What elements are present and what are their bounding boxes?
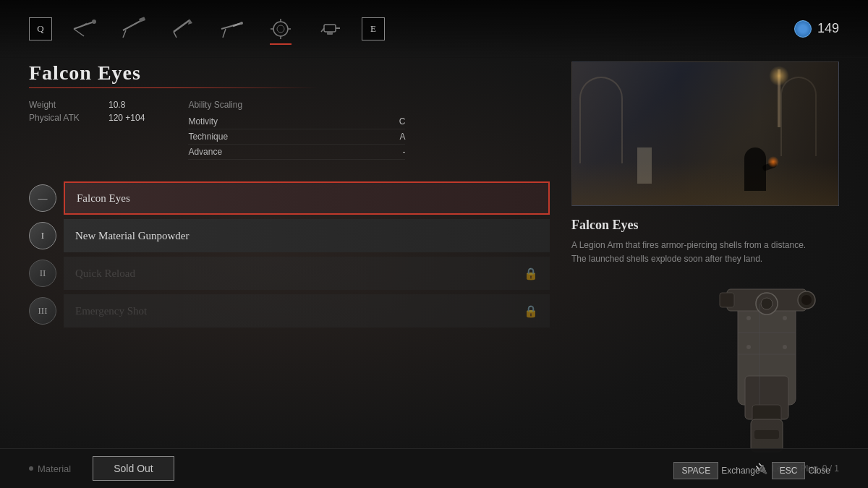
esc-key[interactable]: ESC <box>772 462 806 479</box>
title-underline <box>29 87 550 88</box>
close-action: Close <box>808 466 830 476</box>
nav-items-left: Q <box>29 12 385 46</box>
technique-grade: A <box>399 132 405 142</box>
svg-point-37 <box>746 345 751 349</box>
material-label: Material <box>29 463 71 474</box>
keyboard-shortcuts: SPACE Exchange ESC Close <box>673 462 839 479</box>
lock-icon-3: 🔒 <box>524 304 538 318</box>
skill-name-2: Quick Reload <box>75 267 135 280</box>
skill-row-2: Quick Reload 🔒 <box>64 257 550 290</box>
svg-point-32 <box>801 295 812 305</box>
skill-name-1: New Material Gunpowder <box>75 230 189 242</box>
weapon-title: Falcon Eyes <box>29 61 550 85</box>
nav-weapon-2[interactable] <box>116 12 150 46</box>
svg-line-9 <box>174 32 176 38</box>
svg-line-13 <box>223 29 226 38</box>
skill-name-0: Falcon Eyes <box>77 192 130 205</box>
ground-glow <box>572 162 838 205</box>
svg-point-36 <box>783 316 787 320</box>
nav-weapon-4[interactable] <box>214 12 249 46</box>
currency-amount: 149 <box>817 21 839 36</box>
skill-item-3: III Emergency Shot 🔒 <box>29 294 550 328</box>
basic-stats: Weight 10.8 Physical ATK 120 +104 <box>29 100 145 160</box>
currency-display: 149 <box>794 20 839 38</box>
material-text: Material <box>38 463 71 474</box>
svg-rect-43 <box>754 430 779 439</box>
technique-label: Technique <box>188 132 228 142</box>
weight-value: 10.8 <box>109 100 125 110</box>
svg-line-1 <box>74 29 84 36</box>
atk-label: Physical ATK <box>29 113 94 123</box>
skill-badge-3: III <box>29 297 56 325</box>
skill-badge-0: — <box>29 184 56 212</box>
skill-badge-1: I <box>29 222 56 249</box>
ability-row-motivity: Motivity C <box>188 114 405 129</box>
nav-key-e[interactable]: E <box>362 17 385 40</box>
skill-item-1: I New Material Gunpowder <box>29 219 550 252</box>
stats-section: Weight 10.8 Physical ATK 120 +104 Abilit… <box>29 100 550 160</box>
nav-key-q[interactable]: Q <box>29 17 52 40</box>
material-dot <box>29 466 33 471</box>
atk-row: Physical ATK 120 +104 <box>29 113 145 123</box>
skill-badge-2: II <box>29 260 56 287</box>
weight-label: Weight <box>29 100 94 110</box>
svg-rect-22 <box>324 25 336 32</box>
ability-scaling-title: Ability Scaling <box>188 100 405 110</box>
skill-row-3: Emergency Shot 🔒 <box>64 294 550 328</box>
nav-weapon-3[interactable] <box>165 12 200 46</box>
weapon-description-title: Falcon Eyes <box>571 218 839 233</box>
advance-label: Advance <box>188 147 222 157</box>
svg-line-5 <box>123 30 126 38</box>
svg-point-35 <box>746 316 751 320</box>
currency-icon <box>794 20 812 38</box>
atk-value: 120 +104 <box>109 113 145 123</box>
skill-row-1[interactable]: New Material Gunpowder <box>64 219 550 252</box>
sold-out-button[interactable]: Sold Out <box>93 456 174 481</box>
advance-grade: - <box>402 147 405 157</box>
svg-line-0 <box>74 22 94 29</box>
lock-icon-2: 🔒 <box>524 267 538 281</box>
exchange-action: Exchange <box>721 466 760 476</box>
skills-list: — Falcon Eyes I New Material Gunpowder I… <box>29 181 550 328</box>
ability-row-technique: Technique A <box>188 129 405 145</box>
weight-row: Weight 10.8 <box>29 100 145 110</box>
nav-weapon-6[interactable] <box>312 12 347 46</box>
statue-figure <box>637 147 652 184</box>
svg-point-17 <box>277 25 284 33</box>
top-navigation: Q <box>0 0 868 58</box>
skill-name-3: Emergency Shot <box>75 305 147 317</box>
svg-line-7 <box>129 24 135 27</box>
svg-point-2 <box>92 20 96 24</box>
lamp-glow <box>769 66 789 86</box>
attack-effect <box>767 156 779 168</box>
motivity-label: Motivity <box>188 116 218 127</box>
skill-item-0: — Falcon Eyes <box>29 181 550 215</box>
svg-rect-25 <box>327 32 333 35</box>
nav-weapon-5[interactable] <box>263 12 298 46</box>
space-key[interactable]: SPACE <box>673 462 718 479</box>
nav-weapon-1[interactable] <box>67 12 101 46</box>
skill-row-0[interactable]: Falcon Eyes <box>64 181 550 215</box>
svg-rect-28 <box>720 293 734 307</box>
svg-rect-6 <box>139 17 145 22</box>
motivity-grade: C <box>399 116 406 127</box>
svg-point-30 <box>761 298 773 309</box>
skill-item-2: II Quick Reload 🔒 <box>29 257 550 290</box>
left-panel: Falcon Eyes Weight 10.8 Physical ATK 120… <box>29 61 550 445</box>
preview-image <box>571 61 839 206</box>
svg-point-15 <box>240 22 243 25</box>
scene-background <box>572 62 838 205</box>
weapon-arm-illustration <box>687 246 846 448</box>
ability-scaling: Ability Scaling Motivity C Technique A A… <box>188 100 405 160</box>
ability-row-advance: Advance - <box>188 145 405 160</box>
svg-point-16 <box>273 22 288 36</box>
svg-point-38 <box>783 345 787 349</box>
